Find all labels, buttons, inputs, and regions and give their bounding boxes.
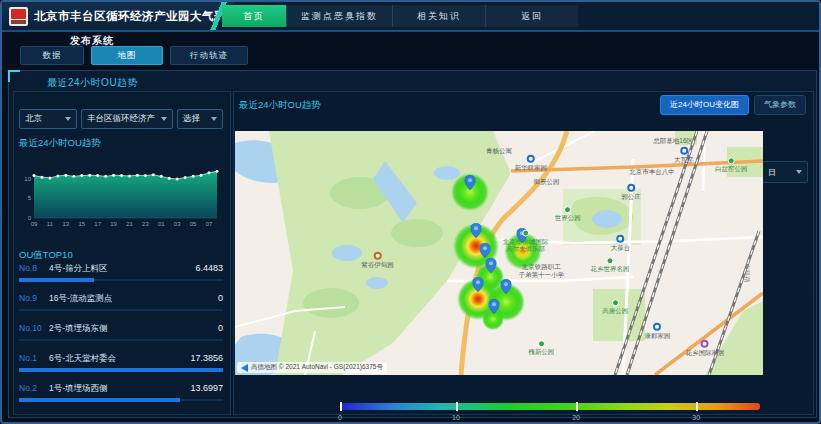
rank-station-name: 16号-流动监测点 (49, 293, 213, 305)
svg-text:23: 23 (142, 221, 149, 227)
station-select-placeholder: 选择 (183, 113, 200, 125)
rank-bar-track (19, 399, 223, 401)
map-label: 郭公庄 (621, 184, 641, 200)
map-label: 总部基地16区 (653, 137, 693, 144)
park-icon (606, 257, 613, 264)
nav-item-back[interactable]: 返回 (485, 5, 578, 27)
metro-station-icon (701, 340, 709, 348)
legend-label: 20 (572, 414, 580, 421)
main-panel: 最近24小时OU趋势 北京 丰台区循环经济产 选择 最近24小时OU趋势 051… (8, 70, 817, 418)
map-label: 花乡国际家居 (685, 340, 724, 356)
time-range-value: 日 (768, 167, 776, 178)
ranking-list: No.8 4号-筛分上料区 6.4483 No.9 16号-流动监测点 0 No… (19, 263, 223, 401)
map-attribution: 高德地图 © 2021 AutoNavi - GS(2021)6375号 (237, 362, 387, 373)
amap-logo-icon (241, 364, 248, 372)
chevron-down-icon (211, 117, 217, 121)
park-icon (564, 206, 571, 213)
svg-text:21: 21 (126, 221, 133, 227)
rank-bar-fill (19, 368, 223, 372)
map-canvas[interactable]: 青杨公寓新华联家园御景公园总部基地16区北京市丰台八中世界公园北京华侨城国际 高… (235, 131, 763, 375)
top-header: 北京市丰台区循环经济产业园大气恶臭状况实时 首页 监测点恶臭指数 相关知识 返回 (2, 2, 819, 32)
map-label: 康郡家园 (644, 323, 670, 339)
svg-text:11: 11 (47, 221, 54, 227)
metro-station-icon (653, 323, 661, 331)
map-label: 世界公园 (555, 206, 581, 221)
svg-text:5: 5 (28, 195, 32, 201)
svg-text:03: 03 (174, 221, 181, 227)
map-label: 北京铁路职工 子弟第十一小学 (518, 263, 564, 278)
weather-params-button[interactable]: 气象参数 (754, 95, 806, 115)
rank-number: No.10 (19, 323, 44, 333)
nav-item-odor-index[interactable]: 监测点恶臭指数 (286, 5, 392, 27)
svg-text:10: 10 (24, 176, 31, 182)
rank-number: No.8 (19, 263, 44, 273)
city-select-value: 北京 (25, 113, 42, 125)
map-label: 大瓦窑 (674, 147, 694, 163)
rank-bar-fill (19, 278, 94, 282)
legend-tick (456, 402, 458, 411)
nav-item-knowledge[interactable]: 相关知识 (392, 5, 485, 27)
metro-station-icon (527, 154, 535, 162)
ranking-row[interactable]: No.8 4号-筛分上料区 6.4483 (19, 263, 223, 281)
metro-station-icon (616, 235, 624, 243)
heat-scale-legend: 0 10 20 30 (340, 403, 760, 410)
ranking-row[interactable]: No.10 2号-填埋场东侧 0 (19, 323, 223, 341)
city-select[interactable]: 北京 (19, 109, 77, 129)
ou-change-chart-button[interactable]: 近24小时OU变化图 (660, 95, 749, 115)
map-label: 槐新公园 (528, 340, 554, 355)
district-select-value: 丰台区循环经济产 (87, 113, 155, 125)
station-select[interactable]: 选择 (177, 109, 223, 129)
chevron-down-icon (796, 170, 802, 174)
park-icon (728, 157, 735, 164)
rank-value: 17.3856 (190, 353, 223, 363)
map-label: 高唐公园 (602, 299, 628, 314)
map-section-title: 最近24小时OU趋势 (239, 99, 321, 112)
rank-number: No.9 (19, 293, 44, 303)
trend-chart-title: 最近24小时OU趋势 (19, 137, 101, 150)
park-icon (538, 340, 545, 347)
tab-map[interactable]: 地图 (91, 46, 163, 65)
nav-item-home[interactable]: 首页 (222, 5, 286, 27)
map-label: 青杨公寓 (486, 147, 512, 154)
legend-tick (576, 402, 578, 411)
view-tabs: 数据 地图 行动轨迹 (20, 46, 248, 65)
svg-text:17: 17 (94, 221, 101, 227)
rank-bar-track (19, 279, 223, 281)
map-label: 北京市丰台八中 (629, 169, 675, 176)
rank-station-name: 2号-填埋场东侧 (49, 323, 213, 335)
svg-text:09: 09 (31, 221, 38, 227)
svg-text:07: 07 (206, 221, 213, 227)
svg-text:15: 15 (78, 221, 85, 227)
ranking-row[interactable]: No.2 1号-填埋场西侧 13.6997 (19, 383, 223, 401)
rank-value: 0 (218, 323, 223, 333)
logo-base (11, 20, 26, 24)
ranking-row[interactable]: No.9 16号-流动监测点 0 (19, 293, 223, 311)
rank-value: 0 (218, 293, 223, 303)
svg-text:05: 05 (190, 221, 197, 227)
tab-data[interactable]: 数据 (20, 46, 84, 65)
rank-station-name: 6号-北天堂村委会 (49, 353, 185, 365)
rank-number: No.1 (19, 353, 44, 363)
park-icon (612, 299, 619, 306)
map-label: 北京华侨城国际 高尔夫俱乐部 (503, 229, 549, 252)
chevron-down-icon (65, 117, 71, 121)
district-select[interactable]: 丰台区循环经济产 (81, 109, 173, 129)
map-toolbar: 近24小时OU变化图 气象参数 (660, 95, 806, 115)
rank-station-name: 1号-填埋场西侧 (49, 383, 185, 395)
park-icon (522, 229, 529, 236)
main-nav: 首页 监测点恶臭指数 相关知识 返回 (222, 5, 578, 27)
map-attribution-text: 高德地图 © 2021 AutoNavi - GS(2021)6375号 (251, 363, 383, 372)
rank-value: 13.6997 (190, 383, 223, 393)
legend-label: 30 (692, 414, 700, 421)
ranking-row[interactable]: No.1 6号-北天堂村委会 17.3856 (19, 353, 223, 371)
time-range-select[interactable]: 日 (762, 161, 808, 183)
svg-text:13: 13 (62, 221, 69, 227)
tab-track[interactable]: 行动轨迹 (170, 46, 248, 65)
svg-text:01: 01 (158, 221, 165, 227)
logo-red-mark (11, 9, 26, 19)
metro-station-icon (680, 147, 688, 155)
svg-text:19: 19 (110, 221, 117, 227)
dashboard-root: 北京市丰台区循环经济产业园大气恶臭状况实时 首页 监测点恶臭指数 相关知识 返回… (0, 0, 821, 424)
rank-number: No.2 (19, 383, 44, 393)
map-label: 御景公园 (534, 179, 560, 186)
